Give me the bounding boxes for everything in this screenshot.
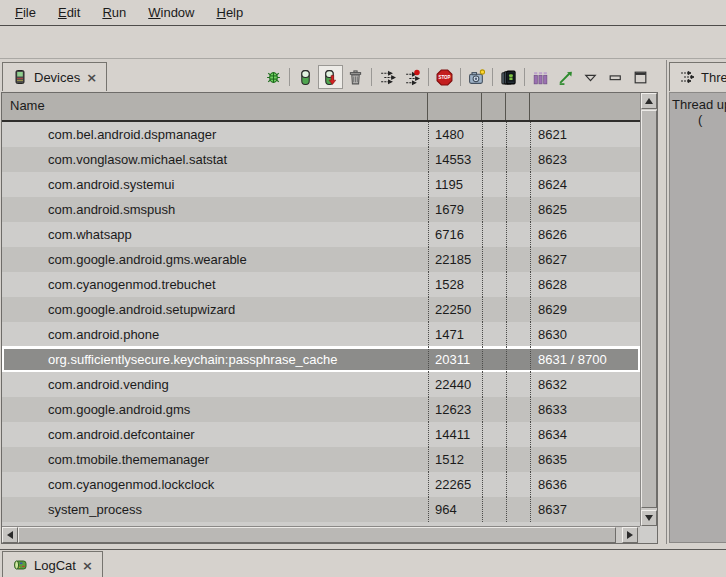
update-threads-icon[interactable] (375, 65, 400, 89)
toolbar-separator (460, 68, 461, 86)
port-cell: 8626 (530, 222, 640, 247)
port-cell: 8632 (530, 372, 640, 397)
tab-threads[interactable]: Threads (669, 62, 726, 91)
device-screen-capture-icon[interactable] (496, 65, 521, 89)
port-cell: 8625 (530, 197, 640, 222)
table-row[interactable]: com.android.phone 1471 8630 (2, 322, 640, 347)
scroll-left-button[interactable] (2, 527, 18, 543)
table-row[interactable]: com.bel.android.dspmanager 1480 8621 (2, 122, 640, 147)
column-header-empty[interactable] (482, 93, 506, 120)
pid-cell: 14411 (428, 422, 482, 447)
maximize-icon[interactable] (628, 65, 653, 89)
attach-debugger-icon[interactable] (261, 65, 286, 89)
threads-message-line2: ( (672, 112, 726, 127)
empty-cell (482, 322, 506, 347)
table-row[interactable]: com.tmobile.thememanager 1512 8635 (2, 447, 640, 472)
table-row[interactable]: com.android.systemui 1195 8624 (2, 172, 640, 197)
menu-edit[interactable]: Edit (47, 2, 91, 23)
empty-cell (506, 322, 530, 347)
process-table: Name com.bel.android.dspmanager 1480 862… (1, 92, 658, 544)
menu-run[interactable]: Run (91, 2, 137, 23)
vertical-scrollbar[interactable] (640, 93, 657, 526)
empty-cell (482, 172, 506, 197)
scroll-right-button[interactable] (622, 527, 638, 543)
screen-capture-icon[interactable] (464, 65, 489, 89)
column-header-pid[interactable] (428, 93, 482, 120)
vertical-scroll-thumb[interactable] (641, 110, 657, 508)
pid-cell: 22440 (428, 372, 482, 397)
scroll-up-button[interactable] (641, 93, 657, 109)
port-cell: 8623 (530, 147, 640, 172)
horizontal-scroll-thumb[interactable] (18, 527, 616, 543)
horizontal-scrollbar[interactable] (2, 526, 640, 543)
cause-gc-icon[interactable] (343, 65, 368, 89)
menu-help[interactable]: Help (205, 2, 254, 23)
table-row[interactable]: com.google.android.setupwizard 22250 862… (2, 297, 640, 322)
empty-cell (506, 222, 530, 247)
threads-message-line1: Thread up (672, 97, 726, 112)
left-arrow-icon (7, 531, 13, 539)
tab-logcat[interactable]: LogCat × (2, 551, 103, 577)
empty-cell (506, 122, 530, 147)
pid-cell: 964 (428, 497, 482, 522)
empty-cell (482, 497, 506, 522)
port-cell: 8624 (530, 172, 640, 197)
toolbar-separator (289, 68, 290, 86)
update-heap-icon[interactable] (293, 65, 318, 89)
table-row[interactable]: com.whatsapp 6716 8626 (2, 222, 640, 247)
process-name-cell: com.google.android.setupwizard (2, 297, 428, 322)
column-header-name[interactable]: Name (2, 93, 428, 120)
minimize-icon[interactable] (603, 65, 628, 89)
column-header-port[interactable] (530, 93, 640, 120)
table-row[interactable]: system_process 964 8637 (2, 497, 640, 522)
tab-devices-label: Devices (34, 70, 80, 85)
view-menu-icon[interactable] (578, 65, 603, 89)
port-cell: 8628 (530, 272, 640, 297)
scroll-down-button[interactable] (641, 510, 657, 526)
port-cell: 8627 (530, 247, 640, 272)
right-arrow-icon (627, 531, 633, 539)
heap-usage-icon[interactable] (528, 65, 553, 89)
close-icon[interactable]: × (82, 559, 93, 572)
table-row[interactable]: com.android.defcontainer 14411 8634 (2, 422, 640, 447)
toolbar-separator (371, 68, 372, 86)
column-header-empty[interactable] (506, 93, 530, 120)
tab-devices[interactable]: Devices × (2, 62, 107, 91)
process-name-cell: com.bel.android.dspmanager (2, 122, 428, 147)
process-name-cell: com.android.phone (2, 322, 428, 347)
tab-threads-label: Threads (701, 70, 726, 85)
menu-file[interactable]: File (4, 2, 47, 23)
pid-cell: 1528 (428, 272, 482, 297)
stop-process-icon[interactable]: STOP (432, 65, 457, 89)
table-row[interactable]: com.google.android.gms 12623 8633 (2, 397, 640, 422)
threads-icon (679, 69, 695, 85)
empty-cell (506, 147, 530, 172)
process-name-cell: com.tmobile.thememanager (2, 447, 428, 472)
pid-cell: 1471 (428, 322, 482, 347)
dump-hprof-icon[interactable] (318, 65, 343, 89)
pid-cell: 6716 (428, 222, 482, 247)
empty-cell (482, 447, 506, 472)
table-row[interactable]: com.vonglasow.michael.satstat 14553 8623 (2, 147, 640, 172)
network-statistics-icon[interactable] (553, 65, 578, 89)
close-icon[interactable]: × (86, 71, 97, 84)
process-name-cell: com.vonglasow.michael.satstat (2, 147, 428, 172)
start-method-profiling-icon[interactable] (400, 65, 425, 89)
table-row[interactable]: com.google.android.gms.wearable 22185 86… (2, 247, 640, 272)
process-name-cell: com.cyanogenmod.trebuchet (2, 272, 428, 297)
pid-cell: 1679 (428, 197, 482, 222)
process-name-cell: com.google.android.gms (2, 397, 428, 422)
table-row[interactable]: com.android.smspush 1679 8625 (2, 197, 640, 222)
pid-cell: 1480 (428, 122, 482, 147)
process-table-body: com.bel.android.dspmanager 1480 8621 com… (2, 122, 640, 526)
port-cell: 8621 (530, 122, 640, 147)
table-row[interactable]: org.sufficientlysecure.keychain:passphra… (2, 347, 640, 372)
empty-cell (506, 297, 530, 322)
menu-window[interactable]: Window (137, 2, 205, 23)
pid-cell: 20311 (428, 347, 482, 372)
empty-cell (482, 247, 506, 272)
table-row[interactable]: com.cyanogenmod.trebuchet 1528 8628 (2, 272, 640, 297)
port-cell: 8635 (530, 447, 640, 472)
table-row[interactable]: com.android.vending 22440 8632 (2, 372, 640, 397)
table-row[interactable]: com.cyanogenmod.lockclock 22265 8636 (2, 472, 640, 497)
